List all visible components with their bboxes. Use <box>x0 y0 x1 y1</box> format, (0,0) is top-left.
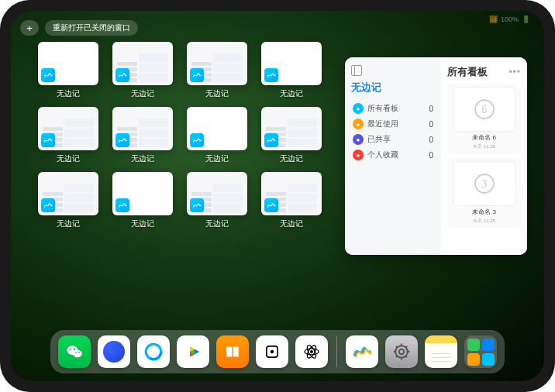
window-label: 无边记 <box>205 153 229 164</box>
sidebar-nav-item[interactable]: ●所有看板0 <box>351 101 435 116</box>
app-window[interactable]: 无边记 <box>187 42 247 99</box>
board-thumbnail: 6 <box>453 87 515 132</box>
app-window[interactable]: 无边记 <box>261 42 322 99</box>
freeform-app-icon <box>264 68 278 82</box>
dock-app-dice[interactable] <box>256 335 288 368</box>
board-thumbnail: 3 <box>453 161 515 206</box>
topbar: + 重新打开已关闭的窗口 <box>20 20 138 36</box>
dock-separator <box>336 336 337 367</box>
svg-point-5 <box>73 350 82 358</box>
window-thumbnail[interactable] <box>112 42 173 85</box>
window-label: 无边记 <box>57 218 80 229</box>
board-subtitle: 今天 11:25 <box>473 218 495 225</box>
app-window[interactable]: 无边记 <box>187 172 247 229</box>
window-label: 无边记 <box>280 88 303 99</box>
screen: 📶 100% 🔋 + 重新打开已关闭的窗口 无边记无边记无边记无边记无边记无边记… <box>11 11 544 381</box>
app-window[interactable]: 无边记 <box>112 42 173 99</box>
all-boards-title: 所有看板 <box>447 65 488 79</box>
board-subtitle: 今天 11:26 <box>473 143 495 150</box>
svg-rect-17 <box>233 347 239 357</box>
sidebar-toggle-icon[interactable] <box>351 65 362 76</box>
dock-app-settings[interactable] <box>385 335 418 368</box>
window-label: 无边记 <box>280 153 303 164</box>
freeform-app-icon <box>41 68 55 82</box>
freeform-app-icon <box>190 68 204 82</box>
app-window[interactable]: 无边记 <box>261 172 322 229</box>
app-window[interactable]: 无边记 <box>38 107 98 164</box>
app-switcher-grid: 无边记无边记无边记无边记无边记无边记无边记无边记无边记无边记无边记无边记 <box>38 42 317 229</box>
signal-indicator: 📶 <box>489 15 498 23</box>
app-window[interactable]: 无边记 <box>112 172 173 229</box>
nav-icon: ● <box>353 103 364 114</box>
sidebar-nav-item[interactable]: ●已共享0 <box>351 132 435 147</box>
nav-count: 0 <box>429 136 433 144</box>
window-thumbnail[interactable] <box>38 172 98 215</box>
window-thumbnail[interactable] <box>261 172 322 215</box>
sidebar-left: 无边记 ●所有看板0●最近使用0●已共享0●个人收藏0 <box>345 57 441 255</box>
window-thumbnail[interactable] <box>38 107 98 150</box>
new-tab-button[interactable]: + <box>20 20 39 36</box>
freeform-app-icon <box>190 198 204 212</box>
window-thumbnail[interactable] <box>38 42 98 85</box>
reopen-closed-window-pill[interactable]: 重新打开已关闭的窗口 <box>45 20 138 36</box>
svg-line-31 <box>405 356 407 357</box>
dock-app-freeform[interactable] <box>346 335 378 368</box>
freeform-app-icon <box>264 198 278 212</box>
window-thumbnail[interactable] <box>187 172 247 215</box>
nav-icon: ● <box>353 119 364 129</box>
ipad-frame: 📶 100% 🔋 + 重新打开已关闭的窗口 无边记无边记无边记无边记无边记无边记… <box>0 0 555 392</box>
dock-app-qq-browser[interactable] <box>137 335 170 368</box>
board-card[interactable]: 6未命名 6今天 11:26 <box>447 84 521 153</box>
svg-line-30 <box>396 346 398 348</box>
freeform-app-icon <box>115 133 129 147</box>
dock-app-atom[interactable] <box>295 335 328 368</box>
window-thumbnail[interactable] <box>187 107 247 150</box>
window-thumbnail[interactable] <box>112 107 173 150</box>
dock-app-books[interactable] <box>216 335 249 368</box>
window-label: 无边记 <box>57 88 80 99</box>
freeform-app-icon <box>115 198 129 212</box>
dock-app-play-video[interactable] <box>177 335 209 368</box>
sidebar-nav-item[interactable]: ●最近使用0 <box>351 116 435 132</box>
app-window[interactable]: 无边记 <box>187 107 247 164</box>
svg-marker-15 <box>195 349 199 355</box>
app-window[interactable]: 无边记 <box>38 42 98 99</box>
window-label: 无边记 <box>280 218 303 229</box>
freeform-app-icon <box>264 133 278 147</box>
window-label: 无边记 <box>205 88 229 99</box>
nav-count: 0 <box>429 105 433 113</box>
window-label: 无边记 <box>57 153 80 164</box>
board-card[interactable]: 3未命名 3今天 11:25 <box>447 158 521 228</box>
app-window[interactable]: 无边记 <box>38 172 98 229</box>
svg-line-32 <box>396 356 398 357</box>
dock-app-wechat[interactable] <box>58 335 91 368</box>
more-icon[interactable]: ••• <box>508 67 521 77</box>
window-thumbnail[interactable] <box>261 107 322 150</box>
freeform-app-icon <box>190 133 204 147</box>
nav-label: 所有看板 <box>367 103 398 114</box>
window-thumbnail[interactable] <box>261 42 322 85</box>
nav-icon: ● <box>353 134 364 145</box>
freeform-sidebar-window[interactable]: 无边记 ●所有看板0●最近使用0●已共享0●个人收藏0 所有看板 ••• 6未命… <box>345 57 527 255</box>
svg-point-9 <box>78 352 80 353</box>
dock-app-quark[interactable] <box>98 335 130 368</box>
app-window[interactable]: 无边记 <box>112 107 173 164</box>
battery-icon: 🔋 <box>522 15 530 23</box>
dock-app-app-library[interactable] <box>464 335 497 368</box>
sidebar-nav-item[interactable]: ●个人收藏0 <box>351 147 435 163</box>
svg-point-8 <box>75 352 77 353</box>
svg-text:6: 6 <box>481 104 487 115</box>
window-thumbnail[interactable] <box>112 172 173 215</box>
app-window[interactable]: 无边记 <box>261 107 322 164</box>
window-label: 无边记 <box>131 218 154 229</box>
nav-icon: ● <box>353 150 364 160</box>
nav-count: 0 <box>429 120 433 129</box>
freeform-app-icon <box>41 133 55 147</box>
window-thumbnail[interactable] <box>187 42 247 85</box>
dock-app-notes[interactable] <box>425 335 457 368</box>
window-label: 无边记 <box>205 218 229 229</box>
sidebar-title: 无边记 <box>351 81 435 95</box>
svg-point-25 <box>399 349 405 355</box>
window-label: 无边记 <box>131 88 154 99</box>
board-title: 未命名 3 <box>472 208 496 216</box>
